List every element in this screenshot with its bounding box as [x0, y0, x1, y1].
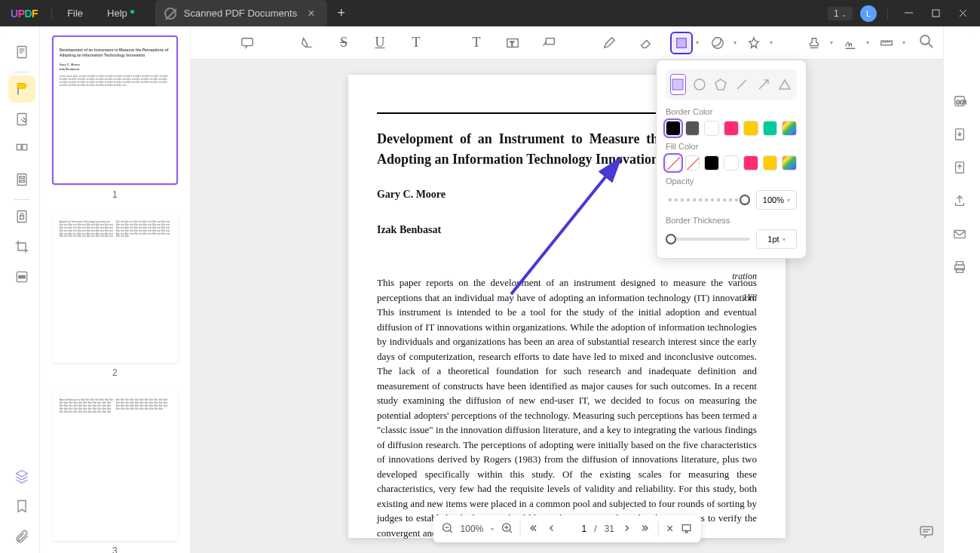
reader-tool[interactable] — [8, 38, 35, 66]
zoom-in-button[interactable] — [501, 523, 512, 536]
import-button[interactable] — [953, 161, 966, 177]
arrow-shape[interactable] — [755, 74, 770, 95]
stamp-tool[interactable] — [743, 32, 765, 54]
menu-help[interactable]: Help — [95, 8, 146, 19]
comments-panel-button[interactable] — [919, 524, 934, 542]
svg-rect-2 — [17, 88, 19, 94]
maximize-button[interactable] — [926, 9, 945, 17]
swatch-pink[interactable] — [724, 121, 739, 136]
thumbnail-page-3[interactable]: Moore Benbasat text filler filler filler… — [52, 392, 178, 541]
swatch-pink[interactable] — [743, 155, 758, 171]
swatch-custom[interactable] — [782, 121, 797, 136]
callout-tool[interactable] — [537, 32, 560, 54]
bookmark-icon[interactable] — [8, 493, 35, 520]
affiliation: tration 1Y8 — [732, 269, 757, 304]
fill-color-swatches — [666, 155, 797, 171]
thickness-value[interactable]: 1pt — [756, 229, 797, 249]
triangle-shape[interactable] — [777, 74, 792, 95]
prev-page-button[interactable] — [546, 523, 556, 536]
edit-tool[interactable] — [8, 106, 35, 133]
version-badge[interactable]: 1 ⌄ — [828, 7, 853, 20]
swatch-none[interactable] — [666, 155, 681, 171]
minimize-button[interactable] — [899, 9, 918, 17]
ocr-button[interactable]: OCR — [953, 94, 966, 111]
rectangle-shape[interactable] — [670, 74, 686, 95]
slideshow-button[interactable] — [681, 523, 691, 536]
textbox-tool[interactable]: T — [501, 32, 524, 54]
thumbnail-page-2[interactable]: Adoption of Information Technology Innov… — [52, 214, 178, 363]
svg-rect-13 — [242, 38, 253, 45]
text-tool[interactable]: T — [465, 32, 488, 54]
page-navigator: 100% ▾ / 31 × — [433, 515, 701, 542]
underline-tool[interactable]: U — [369, 32, 391, 54]
zoom-value[interactable]: 100% — [461, 524, 484, 534]
thumb-number: 2 — [52, 367, 178, 378]
thickness-label: Border Thickness — [666, 216, 797, 225]
page-viewport[interactable]: Development of an Instrument to Measure … — [191, 60, 943, 553]
svg-rect-35 — [954, 231, 965, 238]
protect-tool[interactable] — [8, 203, 35, 230]
avatar[interactable]: L — [860, 5, 877, 22]
swatch-custom[interactable] — [782, 155, 797, 171]
share-button[interactable] — [953, 194, 966, 210]
swatch-white[interactable] — [704, 121, 719, 136]
zoom-out-button[interactable] — [443, 523, 453, 536]
opacity-slider[interactable] — [666, 198, 750, 201]
comment-tool[interactable] — [8, 75, 35, 103]
layers-icon[interactable] — [8, 462, 35, 490]
thumbnail-page-1[interactable]: Development of an Instrument to Measure … — [52, 35, 178, 185]
email-button[interactable] — [953, 227, 966, 244]
polygon-shape[interactable] — [713, 74, 728, 95]
stamp2-tool[interactable] — [803, 32, 825, 54]
document-tab[interactable]: Scanned PDF Documents × — [155, 0, 327, 26]
page-input[interactable] — [564, 524, 586, 534]
menu-file[interactable]: File — [55, 8, 95, 19]
app-logo: UPDF — [0, 8, 48, 20]
sticker-tool[interactable] — [706, 32, 729, 54]
swatch-none2[interactable] — [685, 155, 700, 171]
redact-tool[interactable] — [8, 263, 35, 290]
annotation-toolbar: S U T T T — [191, 26, 943, 60]
page-tool[interactable] — [8, 136, 35, 163]
next-page-button[interactable] — [622, 523, 632, 536]
strikethrough-tool[interactable]: S — [332, 32, 355, 54]
circle-shape[interactable] — [692, 74, 707, 95]
highlight-tool[interactable] — [296, 32, 319, 54]
svg-rect-17 — [677, 38, 687, 48]
form-tool[interactable] — [8, 166, 35, 193]
export-button[interactable] — [953, 127, 966, 144]
crop-tool[interactable] — [8, 233, 35, 260]
swatch-yellow[interactable] — [743, 121, 758, 136]
first-page-button[interactable] — [528, 523, 538, 536]
thickness-slider[interactable] — [666, 238, 750, 241]
line-shape[interactable] — [734, 74, 749, 95]
opacity-value[interactable]: 100% — [756, 190, 797, 210]
close-window-button[interactable] — [953, 9, 972, 17]
add-tab-button[interactable]: + — [327, 5, 357, 21]
close-tab-icon[interactable]: × — [305, 7, 317, 20]
note-tool[interactable] — [236, 32, 259, 54]
opacity-label: Opacity — [666, 177, 797, 186]
print-button[interactable] — [953, 260, 966, 277]
shape-tool[interactable] — [670, 32, 693, 54]
squiggly-tool[interactable]: T — [405, 32, 427, 54]
search-button[interactable] — [919, 34, 934, 52]
pencil-tool[interactable] — [598, 32, 620, 54]
svg-rect-30 — [920, 527, 933, 535]
swatch-black[interactable] — [666, 121, 681, 136]
svg-rect-38 — [956, 269, 963, 272]
measure-tool[interactable] — [875, 32, 898, 54]
swatch-white[interactable] — [724, 155, 739, 171]
signature-tool[interactable] — [839, 32, 862, 54]
close-nav-button[interactable]: × — [666, 522, 673, 536]
svg-rect-10 — [20, 216, 23, 219]
left-rail — [5, 26, 40, 553]
swatch-teal[interactable] — [763, 121, 778, 136]
swatch-yellow[interactable] — [763, 155, 778, 171]
page-total: 31 — [605, 524, 614, 534]
eraser-tool[interactable] — [634, 32, 657, 54]
swatch-black[interactable] — [704, 155, 719, 171]
swatch-grey[interactable] — [685, 121, 700, 136]
attachment-icon[interactable] — [8, 523, 35, 550]
last-page-button[interactable] — [640, 523, 651, 536]
